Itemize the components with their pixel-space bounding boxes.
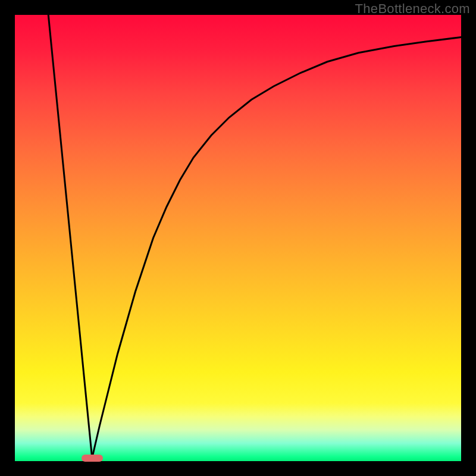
curve-layer [15, 15, 461, 461]
right-curve-path [92, 37, 461, 458]
watermark-text: TheBottleneck.com [355, 1, 470, 17]
plot-area [15, 15, 461, 461]
left-line-path [48, 15, 92, 458]
bottleneck-marker [82, 455, 103, 462]
chart-frame: TheBottleneck.com [0, 0, 476, 476]
